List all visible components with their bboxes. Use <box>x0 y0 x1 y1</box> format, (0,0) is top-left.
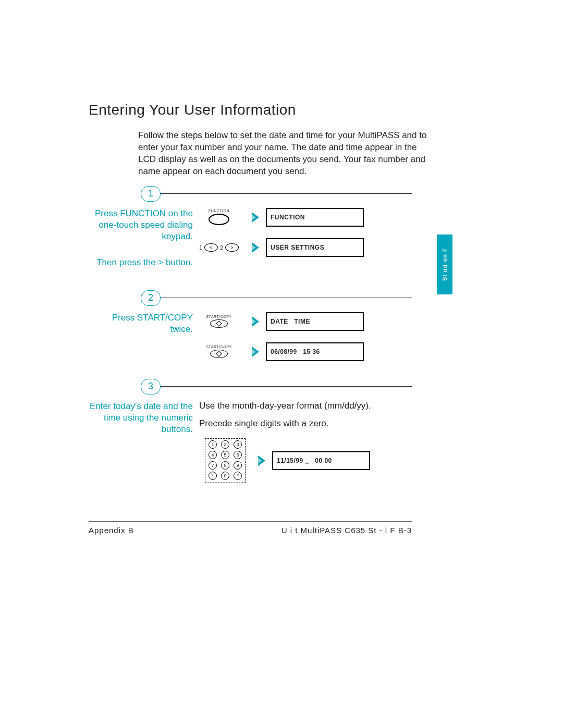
keypad-num-2: 2 <box>220 244 223 251</box>
startcopy-button-label: START/COPY <box>206 315 231 318</box>
step-badge-3: 3 <box>141 379 161 394</box>
keypad-key: 8 <box>221 461 229 470</box>
startcopy-button-label: START/COPY <box>206 345 231 349</box>
startcopy-button-icon <box>210 350 228 358</box>
arrow-icon <box>258 455 265 466</box>
lcd-display: 11/15/99 _ 00 00 <box>272 451 370 470</box>
left-arrow-button-icon: < <box>204 243 218 252</box>
step2-instruction: Press START/COPY twice. <box>89 312 193 335</box>
lcd-display: 06/08/99 15 36 <box>266 342 364 361</box>
page-content: Entering Your User Information Follow th… <box>89 102 412 506</box>
function-button-label: FUNCTION <box>209 209 229 213</box>
numeric-keypad-icon: 123456789*0# <box>205 438 246 483</box>
keypad-key: 6 <box>234 451 242 459</box>
lcd-display: DATE TIME <box>266 312 364 331</box>
page-footer: Appendix B U i t MultiPASS C635 St - l F… <box>89 521 412 535</box>
keypad-key: 0 <box>221 472 229 480</box>
step1-instruction-b: Then press the > button. <box>89 257 193 268</box>
step-2: 2 Press START/COPY twice. START/COPY DAT… <box>89 298 412 386</box>
step3-note-a: Use the month-day-year format (mm/dd/yy)… <box>199 401 412 411</box>
keypad-key: 3 <box>234 440 242 449</box>
lcd-display: USER SETTINGS <box>266 238 364 257</box>
footer-left: Appendix B <box>89 526 134 535</box>
arrow-icon <box>252 347 259 357</box>
step-badge-2: 2 <box>141 290 161 306</box>
step3-instruction: Enter today's date and the time using th… <box>89 401 193 435</box>
arrow-icon <box>252 212 259 223</box>
intro-text: Follow the steps below to set the date a… <box>138 130 430 178</box>
keypad-key: 2 <box>221 440 229 449</box>
keypad-key: * <box>209 472 217 480</box>
keypad-key: 4 <box>209 451 217 459</box>
arrow-icon <box>252 242 259 253</box>
keypad-key: 5 <box>221 451 229 459</box>
right-arrow-button-icon: > <box>225 243 239 252</box>
keypad-key: # <box>234 472 242 480</box>
step-badge-1: 1 <box>141 186 161 202</box>
startcopy-button-icon <box>210 319 228 328</box>
lcd-display: FUNCTION <box>266 208 364 227</box>
step3-note-b: Precede single digits with a zero. <box>199 418 412 429</box>
section-tab: St nd on F <box>437 235 452 294</box>
step1-instruction-a: Press FUNCTION on the one-touch speed di… <box>89 208 193 242</box>
step-1: 1 Press FUNCTION on the one-touch speed … <box>89 193 412 298</box>
footer-center: U i t MultiPASS C635 St - l F B-3 <box>282 526 412 535</box>
keypad-key: 1 <box>209 440 217 449</box>
page-title: Entering Your User Information <box>89 102 412 118</box>
keypad-key: 9 <box>234 461 242 470</box>
keypad-key: 7 <box>209 461 217 470</box>
arrow-icon <box>252 316 259 327</box>
function-button-icon <box>209 214 229 225</box>
keypad-num-1: 1 <box>199 244 202 251</box>
step-3: 3 Enter today's date and the time using … <box>89 386 412 506</box>
